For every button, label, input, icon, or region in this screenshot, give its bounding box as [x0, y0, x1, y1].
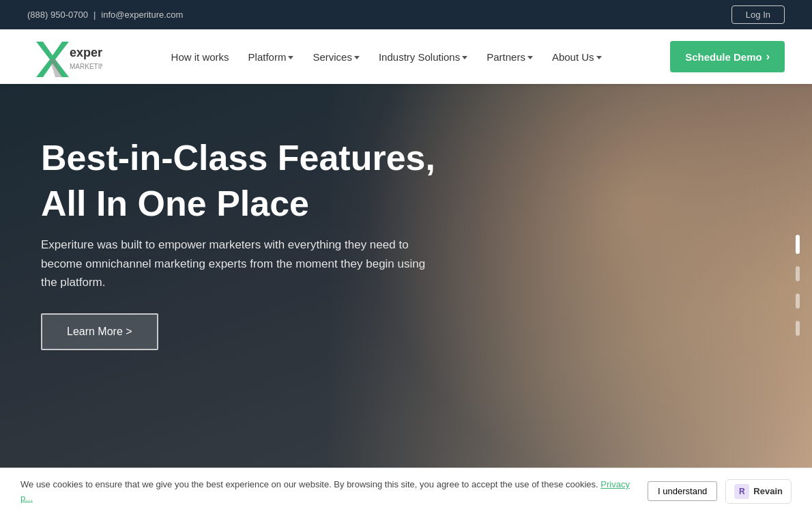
hero-title-line2: All In One Place	[41, 184, 450, 223]
scroll-dot-4[interactable]	[796, 321, 800, 336]
revain-widget[interactable]: R Revain	[725, 479, 792, 504]
scroll-dots	[796, 235, 800, 336]
navbar: experiture MARKETING PLATFORM How it wor…	[0, 29, 812, 84]
hero-content: Best-in-Class Features, All In One Place…	[0, 84, 491, 405]
svg-text:MARKETING PLATFORM: MARKETING PLATFORM	[70, 63, 102, 70]
logo[interactable]: experiture MARKETING PLATFORM	[27, 36, 102, 77]
separator: |	[93, 10, 96, 20]
revain-icon: R	[734, 484, 749, 499]
phone-number: (888) 950-0700	[27, 10, 88, 20]
nav-how-it-works[interactable]: How it works	[163, 46, 237, 68]
platform-chevron-icon	[288, 56, 293, 59]
schedule-arrow-icon: ›	[766, 51, 770, 63]
cookie-bar: We use cookies to ensure that we give yo…	[0, 468, 812, 514]
top-bar-contact: (888) 950-0700 | info@experiture.com	[27, 10, 183, 20]
cookie-understand-button[interactable]: I understand	[648, 481, 717, 501]
revain-label: Revain	[753, 486, 783, 496]
hero-title-line1: Best-in-Class Features,	[41, 139, 450, 177]
email-link[interactable]: info@experiture.com	[101, 10, 183, 20]
nav-services[interactable]: Services	[304, 46, 368, 68]
nav-links: How it works Platform Services Industry …	[163, 46, 610, 68]
scroll-dot-1[interactable]	[796, 235, 800, 254]
nav-partners[interactable]: Partners	[478, 46, 541, 68]
about-chevron-icon	[596, 56, 602, 59]
nav-platform[interactable]: Platform	[240, 46, 302, 68]
top-bar: (888) 950-0700 | info@experiture.com Log…	[0, 0, 812, 29]
cookie-text: We use cookies to ensure that we give yo…	[20, 478, 639, 504]
industry-chevron-icon	[462, 56, 467, 59]
scroll-dot-3[interactable]	[796, 294, 800, 309]
scroll-dot-2[interactable]	[796, 266, 800, 281]
hero-section: Best-in-Class Features, All In One Place…	[0, 84, 812, 487]
partners-chevron-icon	[527, 56, 533, 59]
nav-industry-solutions[interactable]: Industry Solutions	[371, 46, 476, 68]
login-button[interactable]: Log In	[731, 5, 785, 24]
nav-about-us[interactable]: About Us	[544, 46, 610, 68]
svg-text:experiture: experiture	[70, 46, 102, 59]
learn-more-button[interactable]: Learn More >	[41, 313, 158, 350]
schedule-demo-button[interactable]: Schedule Demo ›	[670, 41, 785, 72]
hero-description: Experiture was built to empower marketer…	[41, 235, 430, 291]
services-chevron-icon	[354, 56, 360, 59]
logo-svg: experiture MARKETING PLATFORM	[27, 36, 102, 77]
